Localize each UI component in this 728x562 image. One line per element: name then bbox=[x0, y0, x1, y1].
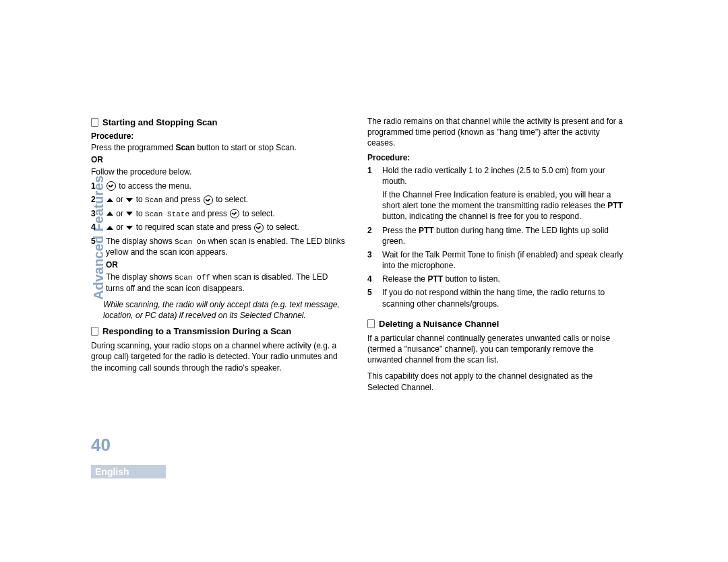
heading-responding-transmission: Responding to a Transmission During a Sc… bbox=[91, 326, 347, 336]
step-5: 5 The display shows Scan On when scan is… bbox=[91, 236, 347, 294]
procedure-label: Procedure: bbox=[91, 131, 347, 141]
right-column: The radio remains on that channel while … bbox=[367, 115, 624, 394]
ok-icon bbox=[204, 195, 213, 205]
heading-text: Deleting a Nuisance Channel bbox=[379, 319, 499, 329]
heading-starting-stopping-scan: Starting and Stopping Scan bbox=[91, 117, 347, 127]
step-3: 3 Wait for the Talk Permit Tone to finis… bbox=[367, 249, 624, 271]
procedure-label: Procedure: bbox=[367, 153, 624, 162]
or-label: OR bbox=[91, 154, 347, 165]
follow-line: Follow the procedure below. bbox=[91, 166, 347, 177]
down-arrow-icon bbox=[126, 212, 133, 216]
page-content: Starting and Stopping Scan Procedure: Pr… bbox=[91, 115, 637, 478]
document-icon bbox=[367, 319, 375, 328]
ok-icon bbox=[230, 209, 239, 218]
step-1: 1 to access the menu. bbox=[91, 181, 347, 191]
scan-steps: 1 to access the menu. 2 or to Scan and p… bbox=[91, 181, 347, 294]
up-arrow-icon bbox=[107, 226, 113, 230]
heading-text: Responding to a Transmission During a Sc… bbox=[102, 326, 291, 336]
document-icon bbox=[91, 118, 98, 127]
hang-time-paragraph: The radio remains on that channel while … bbox=[367, 116, 624, 149]
up-arrow-icon bbox=[107, 212, 113, 216]
down-arrow-icon bbox=[126, 226, 133, 230]
step-5: 5 If you do not respond within the hang … bbox=[367, 287, 624, 309]
step-2: 2 or to Scan and press to select. bbox=[91, 194, 347, 206]
step-4: 4 Release the PTT button to listen. bbox=[367, 274, 624, 284]
step-5-or: OR bbox=[106, 259, 347, 270]
left-column: Starting and Stopping Scan Procedure: Pr… bbox=[91, 115, 347, 394]
nuisance-paragraph-2: This capability does not apply to the ch… bbox=[367, 371, 624, 392]
step-3: 3 or to Scan State and press to select. bbox=[91, 208, 347, 220]
step-4: 4 or to required scan state and press to… bbox=[91, 222, 347, 232]
responding-paragraph: During scanning, your radio stops on a c… bbox=[91, 340, 347, 373]
scan-note: While scanning, the radio will only acce… bbox=[103, 299, 347, 321]
ok-icon bbox=[107, 181, 116, 191]
respond-steps: 1 Hold the radio vertically 1 to 2 inche… bbox=[367, 165, 624, 309]
step-1: 1 Hold the radio vertically 1 to 2 inche… bbox=[367, 165, 624, 222]
heading-deleting-nuisance: Deleting a Nuisance Channel bbox=[367, 319, 624, 329]
up-arrow-icon bbox=[107, 198, 113, 202]
document-icon bbox=[91, 327, 98, 336]
down-arrow-icon bbox=[126, 198, 133, 202]
nuisance-paragraph-1: If a particular channel continually gene… bbox=[367, 333, 624, 366]
heading-text: Starting and Stopping Scan bbox=[102, 117, 217, 127]
step-2: 2 Press the PTT button during hang time.… bbox=[367, 225, 624, 247]
ok-icon bbox=[254, 223, 264, 232]
press-scan-line: Press the programmed Scan button to star… bbox=[91, 142, 347, 153]
